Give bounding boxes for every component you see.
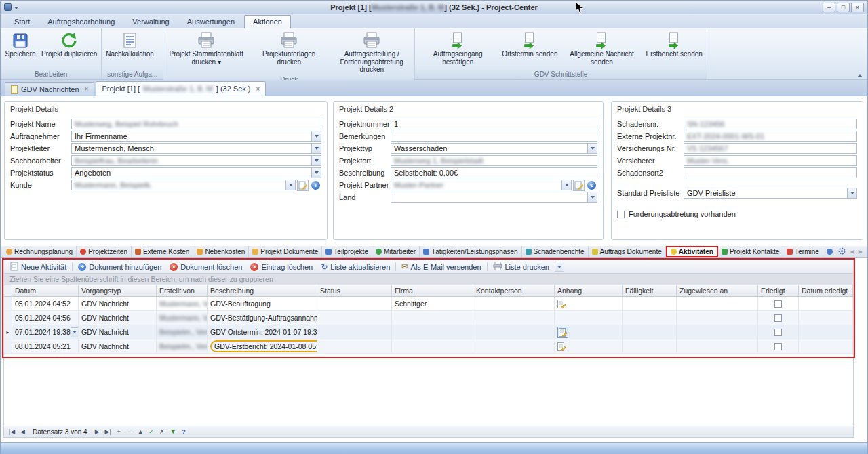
groupby-bar[interactable]: Ziehen Sie eine Spaltenüberschrift in di… (3, 274, 854, 285)
t ab-projekt-kontakte[interactable]: Projekt Kontakte (718, 246, 783, 257)
tab-auftrags-dokumente[interactable]: Auftrags Dokumente (589, 246, 666, 257)
auftragnehmer-combo[interactable]: Ihr Firmenname (71, 131, 321, 142)
delete-document-button[interactable]: Dokument löschen (165, 262, 246, 272)
erledigt-checkbox[interactable] (774, 300, 782, 308)
table-row[interactable]: 08.01.2024 05:21 GDV Nachricht Beispielm… (4, 339, 853, 354)
table-row-selected[interactable]: ▸ 07.01.2024 19:38 GDV Nachricht Beispie… (4, 325, 853, 339)
projektort-input[interactable]: Musterweg 1, Beispielstadt (391, 155, 597, 166)
new-activity-button[interactable]: Neue Aktivität (6, 260, 71, 274)
minimize-button[interactable]: – (823, 3, 835, 12)
maximize-button[interactable]: □ (837, 3, 850, 12)
chevron-down-icon[interactable] (587, 192, 597, 202)
prev-record-button[interactable]: ◀ (19, 428, 26, 435)
column-header-datum[interactable]: Datum (12, 285, 79, 296)
column-header-status[interactable]: Status (317, 285, 392, 296)
chevron-down-icon[interactable] (561, 180, 571, 190)
ribbon-tab-aktionen[interactable]: Aktionen (244, 15, 291, 28)
column-header-erledigt[interactable]: Erledigt (758, 285, 799, 296)
tab-schadenberichte[interactable]: Schadenberichte (522, 246, 589, 257)
toolbar-overflow-dropdown[interactable] (555, 262, 564, 272)
tab-projekt-dokumente[interactable]: Projekt Dokumente (249, 246, 322, 257)
add-document-button[interactable]: Dokument hinzufügen (74, 262, 165, 272)
chevron-down-icon[interactable] (311, 156, 321, 165)
edit-record-button[interactable]: ▲ (137, 428, 144, 435)
tab-mitarbeiter[interactable]: Mitarbeiter (372, 246, 420, 257)
column-header-vorgangstyp[interactable]: Vorgangstyp (79, 285, 157, 296)
filter-icon[interactable]: ▼ (170, 428, 177, 435)
send-email-button[interactable]: Als E-Mail versenden (397, 262, 485, 272)
projekttyp-combo[interactable]: Wasserschaden (391, 143, 597, 154)
chevron-down-icon[interactable] (285, 180, 295, 190)
column-header-beschreibung[interactable]: Beschreibung (208, 285, 317, 296)
beschreibung-input[interactable]: Selbstbehalt: 0,00€ (391, 167, 597, 178)
print-unterlagen-button[interactable]: Projektunterlagen drucken (248, 30, 330, 75)
projekt-partner-combo[interactable]: Muster-Partner (391, 180, 572, 190)
add-record-button[interactable]: + (115, 428, 123, 435)
tab-teilprojekte[interactable]: Teilprojekte (322, 246, 372, 257)
ortstermin-senden-button[interactable]: Ortstermin senden (500, 30, 559, 70)
close-icon[interactable]: × (256, 85, 260, 93)
print-list-button[interactable]: Liste drucken (489, 260, 553, 273)
close-button[interactable]: × (851, 3, 864, 12)
projekt-name-input[interactable]: Musterweg, Beispiel Rohrbruch (71, 119, 321, 129)
versicherer-input[interactable]: Muster-Vers. (684, 155, 857, 166)
next-record-button[interactable]: ▶ (94, 428, 101, 435)
attachment-icon[interactable] (557, 342, 566, 351)
chevron-down-icon[interactable] (587, 144, 597, 153)
column-header-zugewiesen-an[interactable]: Zugewiesen an (677, 285, 758, 296)
chevron-down-icon[interactable] (311, 131, 321, 141)
save-button[interactable]: Speichern (3, 30, 38, 70)
print-stammdatenblatt-button[interactable]: Projekt Stammdatenblatt drucken ▾ (165, 30, 247, 75)
partner-euro-icon[interactable] (586, 180, 597, 191)
chevron-down-icon[interactable] (847, 188, 856, 198)
column-header-anhang[interactable]: Anhang (555, 285, 623, 296)
table-row[interactable]: 05.01.2024 04:52 GDV Nachricht Musterman… (4, 297, 853, 311)
erledigt-checkbox[interactable] (774, 314, 782, 322)
schadensnr-input[interactable]: SN-123456 (684, 119, 857, 129)
ribbon-tab-auswertungen[interactable]: Auswertungen (179, 16, 243, 28)
refresh-list-button[interactable]: Liste aktualisieren (317, 262, 394, 272)
allgemeine-nachricht-button[interactable]: Allgemeine Nachricht senden (561, 30, 642, 70)
help-icon[interactable]: ? (180, 428, 188, 435)
bemerkungen-input[interactable] (391, 131, 597, 142)
auftragseingang-bestaetigen-button[interactable]: Auftragseingang bestätigen (417, 30, 498, 70)
land-combo[interactable] (391, 192, 597, 203)
tab-externe-kosten[interactable]: Externe Kosten (132, 246, 193, 257)
first-record-button[interactable]: |◀ (8, 428, 16, 435)
projektstatus-combo[interactable]: Angeboten (71, 167, 321, 178)
erstbericht-senden-button[interactable]: Erstbericht senden (644, 30, 704, 70)
customer-info-icon[interactable] (310, 180, 321, 191)
nachkalkulation-button[interactable]: Nachkalkulation (104, 30, 156, 70)
schadensort2-input[interactable] (684, 167, 857, 178)
tab-rechnungsplanung[interactable]: Rechnungsplanung (3, 246, 77, 257)
kunde-combo[interactable]: Mustermann, Beispielk. (71, 180, 296, 190)
print-auftragserteilung-button[interactable]: Auftragserteilung / Forderungsabtretung … (331, 30, 412, 75)
ribbon-tab-auftragsbearbeitung[interactable]: Auftragsbearbeitung (39, 16, 123, 28)
column-header-datum-erledigt[interactable]: Datum erledigt (799, 285, 853, 296)
close-icon[interactable]: × (85, 85, 89, 93)
chevron-down-icon[interactable] (14, 7, 18, 9)
projektnummer-input[interactable]: 1 (391, 119, 597, 129)
versicherungsnr-input[interactable]: VS 1234567 (684, 143, 857, 154)
sachbearbeiter-combo[interactable]: Beispielfrau, Bearbeiterin (71, 155, 321, 166)
cancel-edit-button[interactable]: ✗ (159, 428, 166, 435)
doc-tab-gdv-nachrichten[interactable]: GDV Nachrichten × (5, 82, 94, 96)
attachment-icon[interactable] (557, 327, 568, 338)
forderungsabtretung-checkbox[interactable] (617, 211, 625, 218)
doc-tab-projekt[interactable]: Projekt [1] [ Musterstraße 1, B. M ] (32… (96, 81, 266, 96)
erledigt-checkbox[interactable] (774, 343, 782, 350)
scroll-left-icon[interactable]: ◀ (850, 249, 854, 255)
column-header-kontaktperson[interactable]: Kontaktperson (473, 285, 555, 296)
edit-customer-button[interactable] (297, 180, 309, 191)
projektleiter-combo[interactable]: Mustermensch, Mensch (71, 143, 321, 154)
standard-preisliste-combo[interactable]: GDV Preisliste (684, 188, 857, 199)
chevron-down-icon[interactable] (71, 327, 79, 337)
tab-taetigkeiten[interactable]: Tätigkeiten/Leistungsphasen (420, 246, 521, 257)
externe-projektnr-input[interactable]: EXT-2024-0001-WS-01 (684, 131, 857, 142)
confirm-edit-button[interactable]: ✓ (148, 428, 155, 435)
tab-nebenkosten[interactable]: Nebenkosten (193, 246, 249, 257)
edit-partner-button[interactable] (573, 180, 585, 191)
delete-entry-button[interactable]: Eintrag löschen (246, 262, 317, 272)
tab-termine[interactable]: Termine (783, 246, 823, 257)
gear-icon[interactable] (837, 247, 846, 257)
